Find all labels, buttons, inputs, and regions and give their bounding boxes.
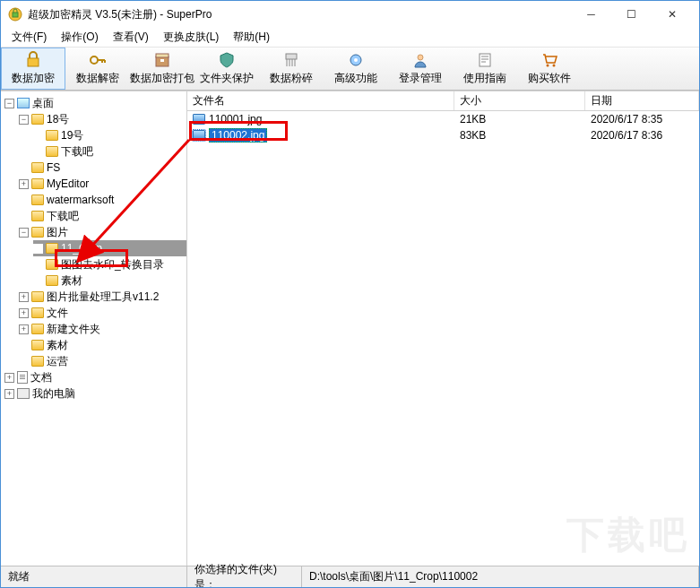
svg-rect-1 (13, 13, 18, 17)
svg-point-10 (418, 55, 423, 60)
col-name[interactable]: 文件名 (187, 91, 454, 110)
tree-xzb1[interactable]: 下载吧 (33, 143, 186, 160)
file-list-pane: 文件名 大小 日期 110001.jpg 21KB 2020/6/17 8:35… (187, 91, 699, 566)
maximize-button[interactable]: ☐ (611, 2, 652, 27)
tree-pictures[interactable]: −图片 (19, 224, 186, 240)
svg-rect-6 (160, 59, 164, 62)
toolbar-label: 数据粉碎 (270, 71, 313, 86)
col-date[interactable]: 日期 (585, 91, 699, 110)
toolbar-guide[interactable]: 使用指南 (453, 48, 517, 90)
svg-point-13 (553, 65, 556, 67)
menu-help[interactable]: 帮助(H) (228, 28, 275, 47)
list-header: 文件名 大小 日期 (187, 91, 699, 111)
main-area: −桌面 −18号 19号 下载吧 FS +MyEditor watermarks… (1, 91, 699, 566)
folder-icon (31, 291, 44, 302)
tree-watermarksoft[interactable]: watermarksoft (19, 192, 186, 208)
tree-mypc[interactable]: +我的电脑 (4, 385, 186, 402)
toolbar-buy[interactable]: 购买软件 (517, 48, 582, 90)
archive-icon (153, 51, 171, 69)
tree-files[interactable]: +文件 (19, 305, 186, 321)
menu-bar: 文件(F) 操作(O) 查看(V) 更换皮肤(L) 帮助(H) (1, 28, 699, 48)
tree-myeditor[interactable]: +MyEditor (19, 176, 186, 192)
svg-rect-11 (480, 54, 490, 66)
title-bar: 超级加密精灵 V3.5(未注册) - SuperPro ─ ☐ ✕ (1, 1, 699, 28)
shred-icon (282, 51, 300, 69)
toolbar-label: 购买软件 (528, 71, 571, 86)
status-label: 你选择的文件(夹)是： (187, 566, 302, 587)
desktop-icon (17, 98, 30, 108)
file-date: 2020/6/17 8:36 (585, 129, 699, 142)
tree-19[interactable]: 19号 (33, 127, 186, 143)
lock-icon (24, 51, 42, 69)
file-date: 2020/6/17 8:35 (585, 113, 699, 125)
toolbar-login[interactable]: 登录管理 (388, 48, 453, 90)
menu-skin[interactable]: 更换皮肤(L) (158, 28, 225, 47)
menu-file[interactable]: 文件(F) (6, 28, 52, 47)
book-icon (476, 51, 494, 69)
col-size[interactable]: 大小 (454, 91, 585, 110)
folder-icon (31, 227, 44, 238)
toolbar-decrypt[interactable]: 数据解密 (65, 48, 130, 90)
folder-icon (31, 162, 44, 173)
tree-newfolder[interactable]: +新建文件夹 (19, 321, 186, 337)
tree-batch[interactable]: +图片批量处理工具v11.2 (19, 289, 186, 305)
folder-icon (46, 130, 58, 141)
toolbar-advanced[interactable]: 高级功能 (324, 48, 388, 90)
folder-icon (31, 178, 44, 189)
folder-icon (31, 114, 44, 125)
status-ready: 就绪 (1, 566, 187, 587)
menu-view[interactable]: 查看(V) (108, 28, 154, 47)
folder-icon (46, 275, 58, 286)
tree-desktop[interactable]: −桌面 (4, 95, 186, 111)
folder-icon (31, 211, 44, 221)
svg-rect-2 (28, 58, 39, 66)
minimize-button[interactable]: ─ (571, 2, 611, 27)
toolbar-label: 登录管理 (399, 71, 442, 86)
svg-point-9 (354, 58, 358, 62)
file-size: 21KB (454, 113, 585, 125)
folder-icon (31, 195, 44, 205)
tree-fs[interactable]: FS (19, 160, 186, 176)
gear-icon (347, 51, 365, 69)
toolbar-shred[interactable]: 数据粉碎 (259, 48, 324, 90)
menu-operate[interactable]: 操作(O) (56, 28, 103, 47)
folder-icon (46, 243, 58, 254)
toolbar-label: 使用指南 (463, 71, 506, 86)
file-size: 83KB (454, 129, 585, 142)
folder-icon (31, 324, 44, 334)
close-button[interactable]: ✕ (652, 2, 692, 27)
tree-sucai1[interactable]: 素材 (33, 272, 186, 289)
list-body[interactable]: 110001.jpg 21KB 2020/6/17 8:35 110002.jp… (187, 111, 699, 566)
file-name: 110001.jpg (209, 113, 262, 125)
tree-xzb2[interactable]: 下载吧 (19, 208, 186, 224)
toolbar-protect[interactable]: 文件夹保护 (194, 48, 259, 90)
folder-icon (31, 307, 44, 318)
file-row-selected[interactable]: 110002.jpg 83KB 2020/6/17 8:36 (187, 127, 699, 143)
tree-11crop[interactable]: 11_Crop (33, 240, 186, 256)
tree-ops[interactable]: 运营 (19, 353, 186, 369)
window-title: 超级加密精灵 V3.5(未注册) - SuperPro (28, 7, 571, 22)
folder-icon (46, 146, 58, 157)
file-row[interactable]: 110001.jpg 21KB 2020/6/17 8:35 (187, 111, 699, 127)
svg-rect-7 (286, 54, 297, 59)
tree-tutu[interactable]: 图图去水印_转换目录 (33, 256, 186, 272)
toolbar-label: 数据加密 (12, 71, 55, 86)
toolbar-label: 数据解密 (76, 71, 119, 86)
tree-sucai2[interactable]: 素材 (19, 337, 186, 353)
tree-18[interactable]: −18号 (19, 111, 186, 127)
document-icon (17, 371, 28, 384)
tree-pane[interactable]: −桌面 −18号 19号 下载吧 FS +MyEditor watermarks… (1, 91, 187, 566)
jpg-icon (193, 114, 205, 125)
folder-icon (31, 356, 44, 367)
folder-icon (31, 340, 44, 350)
svg-point-12 (547, 65, 549, 67)
toolbar-label: 数据加密打包 (130, 71, 194, 86)
tree-docs[interactable]: +文档 (4, 369, 186, 385)
toolbar-pack[interactable]: 数据加密打包 (130, 48, 194, 90)
file-name: 110002.jpg (209, 128, 267, 143)
toolbar-label: 文件夹保护 (200, 71, 254, 86)
toolbar: 数据加密 数据解密 数据加密打包 文件夹保护 数据粉碎 高级功能 登录管理 使用… (1, 48, 699, 91)
folder-icon (46, 259, 58, 270)
svg-rect-5 (156, 54, 169, 57)
toolbar-encrypt[interactable]: 数据加密 (1, 48, 65, 90)
